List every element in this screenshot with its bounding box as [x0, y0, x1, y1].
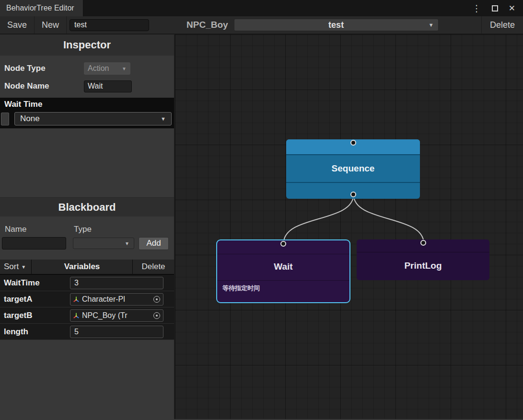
node-title: Wait	[217, 261, 349, 272]
inspector-header: Inspector	[0, 34, 174, 56]
object-reference-field[interactable]: Character-Pl	[70, 293, 163, 306]
wait-time-label: Wait Time	[0, 98, 174, 111]
node-type-label: Node Type	[4, 64, 84, 73]
output-port[interactable]	[350, 192, 356, 197]
transform-icon	[72, 295, 80, 303]
node-description: 等待指定时间	[222, 284, 260, 293]
window-tab-title: BehaviorTree Editor	[6, 4, 74, 12]
node-type-dropdown[interactable]: Action ▼	[84, 62, 130, 75]
object-reference-value: NPC_Boy (Tr	[82, 311, 151, 320]
blackboard-header: Blackboard	[0, 197, 174, 216]
main-area: Inspector Node Type Action ▼ Node Name W…	[0, 34, 523, 419]
object-reference-field[interactable]: NPC_Boy (Tr	[70, 309, 163, 322]
variable-name-label: targetB	[4, 311, 70, 320]
blackboard-column-labels: Name Type	[0, 224, 174, 235]
add-variable-button[interactable]: Add	[139, 237, 169, 250]
tree-select-dropdown[interactable]: test ▼	[234, 19, 439, 31]
kebab-menu-icon[interactable]: ⋮	[472, 4, 481, 13]
node-sequence[interactable]: Sequence	[286, 139, 420, 199]
name-column-header: Name	[5, 225, 74, 234]
titlebar: BehaviorTree Editor ⋮ ✕	[0, 0, 523, 16]
delete-tree-button[interactable]: Delete	[481, 16, 523, 34]
object-reference-value: Character-Pl	[82, 295, 151, 304]
wait-time-dropdown[interactable]: None ▼	[14, 112, 172, 125]
new-variable-name-input[interactable]	[2, 237, 66, 250]
node-wait[interactable]: Wait 等待指定时间	[216, 239, 350, 303]
save-button[interactable]: Save	[0, 16, 35, 34]
edge-lines	[175, 34, 523, 419]
sort-button[interactable]: Sort ▼	[0, 260, 32, 274]
node-type-row: Node Type Action ▼	[0, 61, 174, 76]
node-divider	[217, 254, 349, 254]
chevron-down-icon: ▼	[21, 264, 26, 270]
titlebar-controls: ⋮ ✕	[472, 0, 523, 16]
input-port[interactable]	[280, 241, 286, 247]
chevron-down-icon: ▼	[125, 241, 129, 246]
node-divider	[217, 280, 349, 281]
variables-header-label: Variables	[32, 260, 133, 274]
input-port[interactable]	[420, 240, 426, 246]
maximize-icon[interactable]	[492, 5, 498, 11]
delete-variables-button[interactable]: Delete	[133, 260, 174, 274]
variables-table-header: Sort ▼ Variables Delete	[0, 260, 174, 275]
variable-row: targetB NPC_Boy (Tr	[0, 307, 174, 324]
object-picker-icon[interactable]	[153, 312, 160, 319]
left-panel: Inspector Node Type Action ▼ Node Name W…	[0, 34, 175, 419]
variable-row: WaitTime	[0, 275, 174, 291]
type-column-header: Type	[74, 225, 92, 234]
sort-label: Sort	[4, 262, 19, 272]
new-variable-type-dropdown[interactable]: ▼	[73, 238, 134, 249]
inspector-title: Inspector	[63, 39, 111, 51]
chevron-down-icon: ▼	[161, 116, 166, 122]
wait-time-value: None	[20, 114, 40, 124]
connection-edge	[354, 194, 424, 243]
graph-canvas[interactable]: Sequence Wait 等待指定时间 PrintLog	[175, 34, 523, 419]
node-divider	[357, 252, 489, 252]
chevron-down-icon: ▼	[122, 66, 127, 71]
new-button[interactable]: New	[35, 16, 67, 34]
npc-name-label: NPC_Boy	[186, 20, 228, 30]
node-type-value: Action	[88, 64, 109, 73]
variable-name-label: length	[4, 327, 70, 337]
wait-time-object-box[interactable]	[1, 113, 9, 125]
new-variable-row: ▼ Add	[0, 237, 174, 250]
node-title: Sequence	[286, 155, 420, 183]
tree-select-value: test	[328, 20, 344, 30]
window-tab[interactable]: BehaviorTree Editor	[0, 0, 83, 16]
toolbar: Save New NPC_Boy test ▼ Delete	[0, 16, 523, 34]
object-picker-icon[interactable]	[153, 296, 160, 303]
tree-name-input[interactable]	[70, 19, 149, 31]
wait-time-row: None ▼	[0, 111, 174, 126]
node-name-row: Node Name	[0, 79, 174, 93]
node-title: PrintLog	[357, 261, 489, 271]
transform-icon	[72, 312, 80, 319]
variable-row: targetA Character-Pl	[0, 291, 174, 307]
variable-value-input[interactable]	[70, 326, 163, 338]
close-icon[interactable]: ✕	[509, 4, 515, 12]
connection-edge	[284, 194, 354, 243]
variable-value-input[interactable]	[70, 277, 163, 289]
chevron-down-icon: ▼	[429, 22, 434, 28]
input-port[interactable]	[350, 140, 356, 146]
wait-time-section: Wait Time None ▼	[0, 98, 174, 128]
node-name-input[interactable]	[84, 80, 132, 92]
variable-name-label: targetA	[4, 295, 70, 304]
blackboard-title: Blackboard	[58, 201, 116, 214]
node-printlog[interactable]: PrintLog	[357, 239, 489, 280]
node-name-label: Node Name	[4, 81, 84, 91]
variable-row: length	[0, 324, 174, 340]
variable-name-label: WaitTime	[4, 278, 70, 288]
